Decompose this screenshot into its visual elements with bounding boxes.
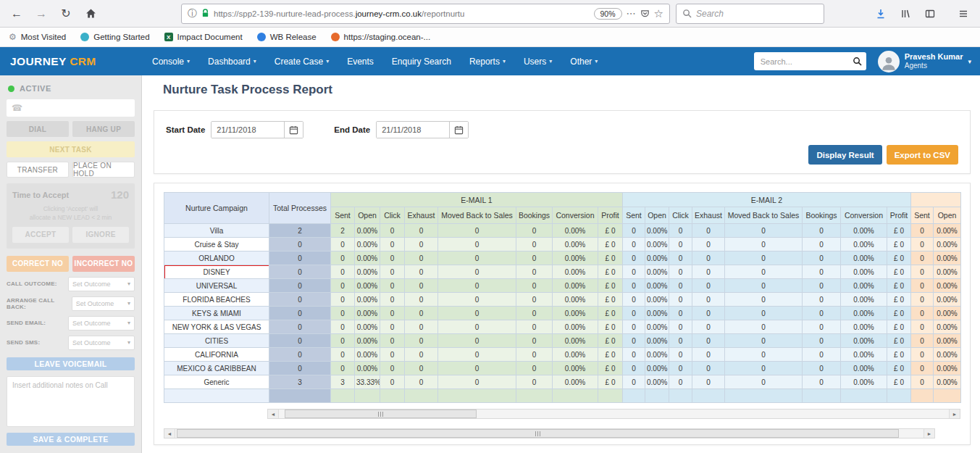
campaign-cell[interactable]: ORLANDO [164, 252, 269, 265]
app-search-input[interactable] [761, 57, 853, 66]
bookmark-most-visited[interactable]: ⚙Most Visited [9, 33, 66, 41]
call-notes-textarea[interactable] [7, 376, 135, 427]
export-csv-button[interactable]: Export to CSV [887, 145, 958, 165]
group-header-e-mail-2: E-MAIL 2 [623, 193, 911, 207]
outcome-select[interactable]: Set Outcome▾ [72, 296, 135, 311]
nav-item-reports[interactable]: Reports▾ [469, 57, 506, 67]
scroll-left-arrow[interactable]: ◄ [164, 429, 175, 438]
value-cell: 0.00% [841, 252, 887, 265]
filter-panel: Start Date End Date [154, 110, 971, 174]
chevron-down-icon: ▾ [187, 58, 190, 65]
value-cell: 0 [438, 375, 516, 389]
value-cell: 0 [516, 279, 553, 293]
zoom-badge[interactable]: 90% [594, 8, 622, 20]
value-cell: 0.00% [841, 307, 887, 320]
campaign-cell[interactable]: KEYS & MIAMI [164, 307, 269, 320]
bookmark-https-staging-ocean[interactable]: https://staging.ocean-... [331, 33, 431, 41]
reload-button[interactable]: ↻ [56, 4, 75, 23]
app-logo[interactable]: JOURNEY CRM [0, 55, 142, 68]
leave-voicemail-button[interactable]: LEAVE VOICEMAIL [7, 357, 135, 370]
search-icon[interactable] [853, 57, 862, 66]
scroll-left-arrow[interactable]: ◄ [268, 410, 279, 418]
bookmark-getting-started[interactable]: Getting Started [80, 33, 149, 41]
info-icon[interactable]: ⓘ [188, 7, 197, 20]
scroll-track[interactable] [279, 410, 949, 418]
nav-item-console[interactable]: Console▾ [152, 57, 190, 67]
place-on-hold-button[interactable]: PLACE ON HOLD [72, 162, 135, 178]
nav-item-events[interactable]: Events [347, 57, 374, 67]
campaign-cell[interactable]: CALIFORNIA [164, 348, 269, 362]
value-cell: £ 0 [887, 320, 911, 334]
time-to-accept-panel: Time to Accept 120 Clicking 'Accept' wil… [7, 183, 135, 249]
scroll-track[interactable] [175, 429, 924, 438]
value-cell [725, 389, 803, 403]
campaign-cell[interactable]: NEW YORK & LAS VEGAS [164, 320, 269, 334]
forward-button[interactable]: → [32, 4, 51, 23]
app-header: JOURNEY CRM Console▾Dashboard▾Create Cas… [0, 47, 980, 75]
nav-item-dashboard[interactable]: Dashboard▾ [208, 57, 256, 67]
bookmarks-bar: ⚙Most VisitedGetting StartedXImpact Docu… [0, 28, 980, 47]
display-result-button[interactable]: Display Result [808, 145, 881, 165]
campaign-cell[interactable] [164, 389, 269, 403]
outcome-select[interactable]: Set Outcome▾ [68, 316, 135, 331]
phone-number-field[interactable]: ☎ [7, 99, 135, 117]
nav-item-users[interactable]: Users▾ [524, 57, 552, 67]
campaign-cell[interactable]: CITIES [164, 334, 269, 348]
home-button[interactable] [81, 4, 100, 23]
transfer-button[interactable]: TRANSFER [7, 162, 69, 178]
next-task-button[interactable]: NEXT TASK [7, 141, 135, 157]
dial-button[interactable]: DIAL [7, 121, 69, 137]
page-actions-icon[interactable]: ⋯ [627, 8, 636, 19]
browser-search-input[interactable] [696, 9, 818, 19]
bookmark-impact-document[interactable]: XImpact Document [164, 33, 243, 41]
accept-button[interactable]: ACCEPT [12, 227, 69, 243]
nav-item-other[interactable]: Other▾ [570, 57, 598, 67]
start-date-input[interactable] [212, 122, 284, 138]
pocket-icon[interactable] [640, 9, 650, 18]
value-cell: 0 [803, 265, 841, 279]
sidebar-toggle-icon[interactable] [921, 4, 939, 23]
value-cell: 0 [669, 375, 692, 389]
library-icon[interactable] [896, 4, 915, 23]
menu-icon[interactable] [954, 4, 973, 23]
nav-item-enquiry-search[interactable]: Enquiry Search [392, 57, 451, 67]
outcome-select[interactable]: Set Outcome▾ [68, 277, 135, 291]
total-processes-cell: 0 [269, 252, 331, 265]
campaign-cell[interactable]: Generic [164, 375, 269, 389]
end-date-input[interactable] [377, 122, 449, 138]
campaign-cell[interactable]: UNIVERSAL [164, 279, 269, 293]
hang-up-button[interactable]: HANG UP [72, 121, 135, 137]
nav-item-create-case[interactable]: Create Case▾ [275, 57, 329, 67]
incorrect-no-button[interactable]: INCORRECT NO [72, 256, 135, 272]
user-menu[interactable]: Pravesh Kumar Agents ▾ [878, 51, 971, 72]
campaign-cell[interactable]: Villa [164, 224, 269, 238]
bookmark-star-icon[interactable]: ☆ [654, 7, 663, 20]
campaign-cell[interactable]: DISNEY [164, 265, 269, 279]
correct-no-button[interactable]: CORRECT NO [7, 256, 69, 272]
outcome-select[interactable]: Set Outcome▾ [68, 336, 135, 350]
campaign-cell[interactable]: FLORIDA BEACHES [164, 293, 269, 307]
ignore-button[interactable]: IGNORE [72, 227, 129, 243]
outcome-list: CALL OUTCOME:Set Outcome▾ARRANGE CALL BA… [7, 272, 135, 350]
calendar-icon[interactable] [449, 122, 468, 138]
campaign-cell[interactable]: MEXICO & CARIBBEAN [164, 362, 269, 375]
browser-search[interactable] [676, 4, 824, 24]
outcome-select-value: Set Outcome [72, 339, 111, 346]
value-cell: 0 [803, 362, 841, 375]
back-button[interactable]: ← [7, 4, 26, 23]
scroll-right-arrow[interactable]: ► [949, 410, 960, 418]
table-horizontal-scrollbar[interactable]: ◄ ► [267, 409, 960, 419]
scroll-thumb[interactable] [177, 429, 899, 438]
calendar-icon[interactable] [284, 122, 303, 138]
app-search[interactable] [754, 52, 866, 70]
bookmark-wb-release[interactable]: WB Release [257, 33, 317, 41]
page-horizontal-scrollbar[interactable]: ◄ ► [164, 428, 935, 439]
scroll-right-arrow[interactable]: ► [924, 429, 934, 438]
scroll-thumb[interactable] [285, 410, 477, 418]
value-cell: £ 0 [598, 265, 623, 279]
save-complete-button[interactable]: SAVE & COMPLETE [7, 433, 135, 446]
url-bar[interactable]: ⓘ https://spp2-139-nurture-lead-process.… [181, 4, 670, 24]
campaign-cell[interactable]: Cruise & Stay [164, 238, 269, 252]
download-icon[interactable] [871, 4, 890, 23]
value-cell: 0 [803, 375, 841, 389]
